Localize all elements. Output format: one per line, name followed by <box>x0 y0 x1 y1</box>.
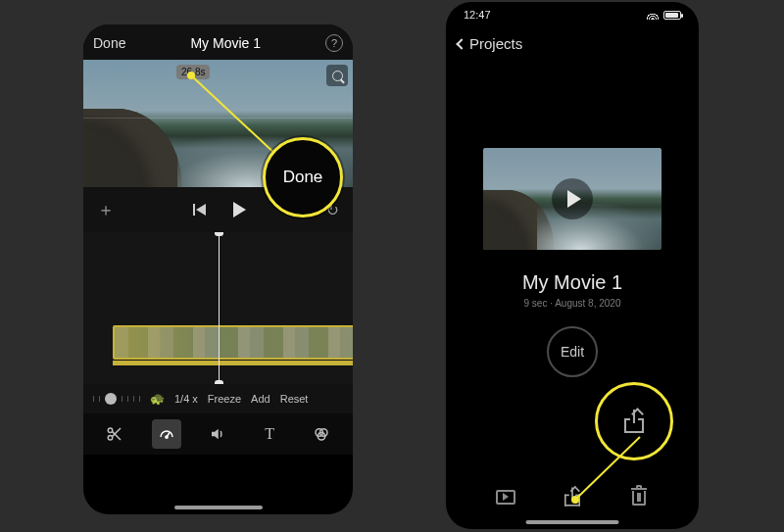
edit-button[interactable]: Edit <box>547 326 598 377</box>
filters-icon[interactable] <box>307 419 336 449</box>
project-meta: 9 sec · August 8, 2020 <box>446 298 699 309</box>
timeline-clip[interactable] <box>113 325 353 360</box>
annotation-label: Done <box>283 168 323 187</box>
preview-artwork <box>83 109 181 187</box>
title-icon[interactable]: T <box>255 419 284 449</box>
chevron-left-icon <box>456 38 466 49</box>
play-icon[interactable] <box>233 202 246 218</box>
annotation-callout-share <box>595 382 673 460</box>
scissors-icon[interactable] <box>100 419 129 449</box>
annotation-leader <box>187 72 281 160</box>
back-label: Projects <box>469 35 522 52</box>
project-screen: 12:47 Projects My Movie 1 9 sec · August… <box>446 2 699 529</box>
speedometer-icon[interactable] <box>152 419 181 449</box>
rewind-icon[interactable] <box>196 204 206 216</box>
play-button[interactable] <box>495 486 516 508</box>
volume-icon[interactable] <box>203 419 232 449</box>
back-button[interactable]: Projects <box>446 27 699 60</box>
svg-line-0 <box>191 75 277 156</box>
editor-navbar: Done My Movie 1 ? <box>83 24 353 60</box>
project-title: My Movie 1 <box>446 271 699 294</box>
status-bar: 12:47 <box>446 2 699 27</box>
home-indicator[interactable] <box>526 520 619 524</box>
toolbar: T <box>83 413 353 455</box>
help-icon[interactable]: ? <box>325 34 343 52</box>
timeline[interactable] <box>83 232 353 384</box>
status-time: 12:47 <box>464 9 491 21</box>
turtle-icon: 🐢 <box>150 392 165 406</box>
wifi-icon <box>647 11 659 20</box>
battery-icon <box>663 11 681 20</box>
reset-button[interactable]: Reset <box>280 393 309 405</box>
home-indicator[interactable] <box>174 506 263 509</box>
annotation-callout-done: Done <box>263 137 343 218</box>
svg-point-3 <box>166 436 168 438</box>
playhead[interactable] <box>219 232 220 384</box>
speed-controls: 🐢 1/4 x Freeze Add Reset <box>83 384 353 413</box>
share-icon <box>624 410 644 433</box>
add-media-icon[interactable]: ＋ <box>97 198 115 221</box>
zoom-icon[interactable] <box>326 65 348 86</box>
speed-slider[interactable] <box>93 393 140 405</box>
movie-title-label: My Movie 1 <box>190 35 261 51</box>
play-overlay-icon[interactable] <box>552 178 593 219</box>
project-thumbnail[interactable] <box>483 148 662 250</box>
timeline-audio-band[interactable] <box>113 361 353 365</box>
add-button[interactable]: Add <box>251 393 270 405</box>
done-button[interactable]: Done <box>93 35 125 51</box>
freeze-button[interactable]: Freeze <box>208 393 241 405</box>
speed-rate-label: 1/4 x <box>174 393 198 405</box>
editor-screen: Done My Movie 1 ? 26.8s Done ＋ ↺ <box>83 24 353 514</box>
